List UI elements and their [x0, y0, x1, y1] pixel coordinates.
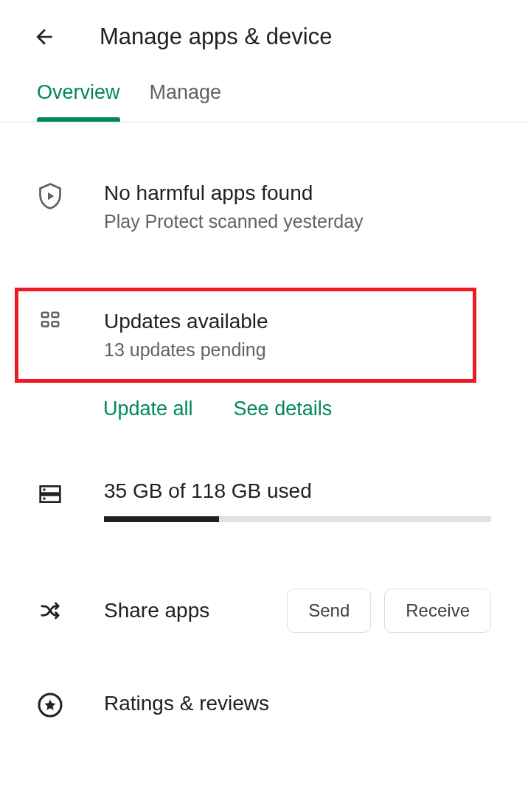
svg-rect-3: [52, 322, 59, 326]
arrow-left-icon: [32, 25, 56, 49]
receive-button[interactable]: Receive: [384, 589, 491, 633]
star-circle-icon: [37, 692, 63, 718]
send-button[interactable]: Send: [287, 589, 371, 633]
apps-grid-icon: [37, 310, 63, 332]
protect-title: No harmful apps found: [104, 181, 491, 205]
svg-rect-0: [42, 313, 49, 317]
section-share-apps: Share apps Send Receive: [0, 544, 528, 662]
storage-progress-bar: [104, 516, 491, 522]
storage-icon: [37, 482, 63, 506]
see-details-link[interactable]: See details: [234, 398, 333, 420]
update-all-link[interactable]: Update all: [103, 398, 193, 420]
page-title: Manage apps & device: [100, 24, 332, 50]
updates-subtitle: 13 updates pending: [104, 339, 491, 361]
share-apps-label: Share apps: [104, 599, 287, 622]
svg-rect-1: [52, 313, 59, 317]
tab-overview[interactable]: Overview: [37, 81, 120, 122]
updates-title: Updates available: [104, 310, 491, 333]
storage-progress-fill: [104, 516, 219, 522]
protect-subtitle: Play Protect scanned yesterday: [104, 211, 491, 232]
svg-rect-2: [42, 322, 49, 326]
tabs: Overview Manage: [0, 81, 528, 122]
svg-point-6: [43, 488, 45, 490]
tab-manage[interactable]: Manage: [150, 81, 222, 122]
section-updates[interactable]: Updates available 13 updates pending: [0, 291, 528, 379]
ratings-label: Ratings & reviews: [104, 692, 491, 715]
shuffle-icon: [37, 600, 63, 622]
section-play-protect[interactable]: No harmful apps found Play Protect scann…: [0, 122, 528, 262]
section-ratings[interactable]: Ratings & reviews: [0, 662, 528, 751]
storage-label: 35 GB of 118 GB used: [104, 479, 491, 503]
back-button[interactable]: [29, 22, 59, 52]
svg-point-7: [43, 497, 45, 499]
section-storage[interactable]: 35 GB of 118 GB used: [0, 435, 528, 544]
shield-play-icon: [37, 181, 63, 211]
